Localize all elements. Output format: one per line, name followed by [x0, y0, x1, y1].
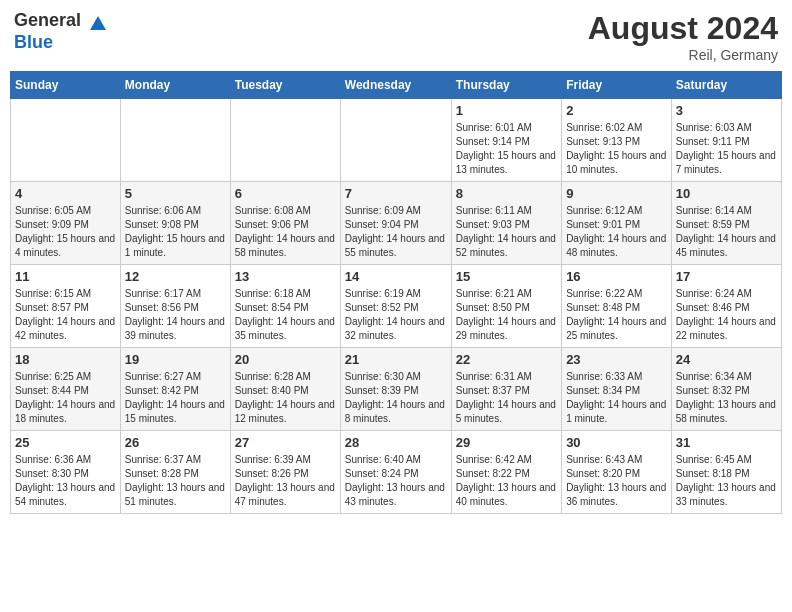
- day-info: Sunrise: 6:17 AMSunset: 8:56 PMDaylight:…: [125, 287, 226, 343]
- day-cell: 17Sunrise: 6:24 AMSunset: 8:46 PMDayligh…: [671, 265, 781, 348]
- day-info: Sunrise: 6:45 AMSunset: 8:18 PMDaylight:…: [676, 453, 777, 509]
- day-cell: 14Sunrise: 6:19 AMSunset: 8:52 PMDayligh…: [340, 265, 451, 348]
- day-info: Sunrise: 6:22 AMSunset: 8:48 PMDaylight:…: [566, 287, 667, 343]
- day-info: Sunrise: 6:40 AMSunset: 8:24 PMDaylight:…: [345, 453, 447, 509]
- day-cell: 2Sunrise: 6:02 AMSunset: 9:13 PMDaylight…: [562, 99, 672, 182]
- day-header-friday: Friday: [562, 72, 672, 99]
- day-number: 9: [566, 186, 667, 201]
- day-info: Sunrise: 6:09 AMSunset: 9:04 PMDaylight:…: [345, 204, 447, 260]
- day-header-tuesday: Tuesday: [230, 72, 340, 99]
- day-cell: 8Sunrise: 6:11 AMSunset: 9:03 PMDaylight…: [451, 182, 561, 265]
- day-number: 23: [566, 352, 667, 367]
- day-number: 26: [125, 435, 226, 450]
- day-info: Sunrise: 6:21 AMSunset: 8:50 PMDaylight:…: [456, 287, 557, 343]
- logo-general: General: [14, 10, 81, 30]
- day-number: 30: [566, 435, 667, 450]
- day-cell: 1Sunrise: 6:01 AMSunset: 9:14 PMDaylight…: [451, 99, 561, 182]
- day-number: 3: [676, 103, 777, 118]
- month-year-title: August 2024: [588, 10, 778, 47]
- day-info: Sunrise: 6:11 AMSunset: 9:03 PMDaylight:…: [456, 204, 557, 260]
- day-number: 21: [345, 352, 447, 367]
- day-cell: 23Sunrise: 6:33 AMSunset: 8:34 PMDayligh…: [562, 348, 672, 431]
- day-number: 7: [345, 186, 447, 201]
- day-number: 10: [676, 186, 777, 201]
- logo-icon: [88, 12, 108, 32]
- svg-marker-0: [90, 16, 106, 30]
- day-cell: 3Sunrise: 6:03 AMSunset: 9:11 PMDaylight…: [671, 99, 781, 182]
- day-cell: 18Sunrise: 6:25 AMSunset: 8:44 PMDayligh…: [11, 348, 121, 431]
- day-number: 11: [15, 269, 116, 284]
- day-number: 8: [456, 186, 557, 201]
- logo-content: General Blue: [14, 10, 108, 53]
- day-info: Sunrise: 6:15 AMSunset: 8:57 PMDaylight:…: [15, 287, 116, 343]
- day-number: 17: [676, 269, 777, 284]
- day-number: 1: [456, 103, 557, 118]
- day-cell: 21Sunrise: 6:30 AMSunset: 8:39 PMDayligh…: [340, 348, 451, 431]
- day-number: 31: [676, 435, 777, 450]
- day-cell: 11Sunrise: 6:15 AMSunset: 8:57 PMDayligh…: [11, 265, 121, 348]
- day-number: 27: [235, 435, 336, 450]
- day-cell: 28Sunrise: 6:40 AMSunset: 8:24 PMDayligh…: [340, 431, 451, 514]
- day-number: 18: [15, 352, 116, 367]
- day-cell: 22Sunrise: 6:31 AMSunset: 8:37 PMDayligh…: [451, 348, 561, 431]
- day-cell: 10Sunrise: 6:14 AMSunset: 8:59 PMDayligh…: [671, 182, 781, 265]
- logo: General Blue: [14, 10, 108, 53]
- day-cell: [11, 99, 121, 182]
- day-header-monday: Monday: [120, 72, 230, 99]
- day-cell: 9Sunrise: 6:12 AMSunset: 9:01 PMDaylight…: [562, 182, 672, 265]
- day-number: 13: [235, 269, 336, 284]
- day-number: 19: [125, 352, 226, 367]
- day-cell: 25Sunrise: 6:36 AMSunset: 8:30 PMDayligh…: [11, 431, 121, 514]
- day-info: Sunrise: 6:31 AMSunset: 8:37 PMDaylight:…: [456, 370, 557, 426]
- day-info: Sunrise: 6:01 AMSunset: 9:14 PMDaylight:…: [456, 121, 557, 177]
- day-cell: 20Sunrise: 6:28 AMSunset: 8:40 PMDayligh…: [230, 348, 340, 431]
- day-info: Sunrise: 6:43 AMSunset: 8:20 PMDaylight:…: [566, 453, 667, 509]
- day-cell: 5Sunrise: 6:06 AMSunset: 9:08 PMDaylight…: [120, 182, 230, 265]
- day-header-saturday: Saturday: [671, 72, 781, 99]
- day-info: Sunrise: 6:02 AMSunset: 9:13 PMDaylight:…: [566, 121, 667, 177]
- day-cell: 26Sunrise: 6:37 AMSunset: 8:28 PMDayligh…: [120, 431, 230, 514]
- day-info: Sunrise: 6:39 AMSunset: 8:26 PMDaylight:…: [235, 453, 336, 509]
- day-info: Sunrise: 6:05 AMSunset: 9:09 PMDaylight:…: [15, 204, 116, 260]
- day-number: 20: [235, 352, 336, 367]
- page-header: General Blue August 2024 Reil, Germany: [10, 10, 782, 63]
- day-cell: 16Sunrise: 6:22 AMSunset: 8:48 PMDayligh…: [562, 265, 672, 348]
- day-number: 5: [125, 186, 226, 201]
- week-row-3: 11Sunrise: 6:15 AMSunset: 8:57 PMDayligh…: [11, 265, 782, 348]
- day-cell: 29Sunrise: 6:42 AMSunset: 8:22 PMDayligh…: [451, 431, 561, 514]
- day-number: 24: [676, 352, 777, 367]
- day-info: Sunrise: 6:03 AMSunset: 9:11 PMDaylight:…: [676, 121, 777, 177]
- day-number: 4: [15, 186, 116, 201]
- day-info: Sunrise: 6:30 AMSunset: 8:39 PMDaylight:…: [345, 370, 447, 426]
- header-row: SundayMondayTuesdayWednesdayThursdayFrid…: [11, 72, 782, 99]
- week-row-1: 1Sunrise: 6:01 AMSunset: 9:14 PMDaylight…: [11, 99, 782, 182]
- day-header-thursday: Thursday: [451, 72, 561, 99]
- day-cell: 4Sunrise: 6:05 AMSunset: 9:09 PMDaylight…: [11, 182, 121, 265]
- week-row-5: 25Sunrise: 6:36 AMSunset: 8:30 PMDayligh…: [11, 431, 782, 514]
- day-cell: 7Sunrise: 6:09 AMSunset: 9:04 PMDaylight…: [340, 182, 451, 265]
- calendar-table: SundayMondayTuesdayWednesdayThursdayFrid…: [10, 71, 782, 514]
- day-info: Sunrise: 6:28 AMSunset: 8:40 PMDaylight:…: [235, 370, 336, 426]
- title-area: August 2024 Reil, Germany: [588, 10, 778, 63]
- day-number: 12: [125, 269, 226, 284]
- day-cell: [230, 99, 340, 182]
- day-info: Sunrise: 6:12 AMSunset: 9:01 PMDaylight:…: [566, 204, 667, 260]
- day-cell: 30Sunrise: 6:43 AMSunset: 8:20 PMDayligh…: [562, 431, 672, 514]
- day-cell: 31Sunrise: 6:45 AMSunset: 8:18 PMDayligh…: [671, 431, 781, 514]
- day-info: Sunrise: 6:37 AMSunset: 8:28 PMDaylight:…: [125, 453, 226, 509]
- day-number: 28: [345, 435, 447, 450]
- day-info: Sunrise: 6:36 AMSunset: 8:30 PMDaylight:…: [15, 453, 116, 509]
- day-number: 15: [456, 269, 557, 284]
- day-info: Sunrise: 6:24 AMSunset: 8:46 PMDaylight:…: [676, 287, 777, 343]
- day-number: 25: [15, 435, 116, 450]
- day-cell: 13Sunrise: 6:18 AMSunset: 8:54 PMDayligh…: [230, 265, 340, 348]
- day-info: Sunrise: 6:25 AMSunset: 8:44 PMDaylight:…: [15, 370, 116, 426]
- day-number: 16: [566, 269, 667, 284]
- location-label: Reil, Germany: [588, 47, 778, 63]
- day-header-sunday: Sunday: [11, 72, 121, 99]
- day-cell: [120, 99, 230, 182]
- day-cell: 24Sunrise: 6:34 AMSunset: 8:32 PMDayligh…: [671, 348, 781, 431]
- day-info: Sunrise: 6:42 AMSunset: 8:22 PMDaylight:…: [456, 453, 557, 509]
- logo-blue: Blue: [14, 32, 53, 52]
- day-cell: 19Sunrise: 6:27 AMSunset: 8:42 PMDayligh…: [120, 348, 230, 431]
